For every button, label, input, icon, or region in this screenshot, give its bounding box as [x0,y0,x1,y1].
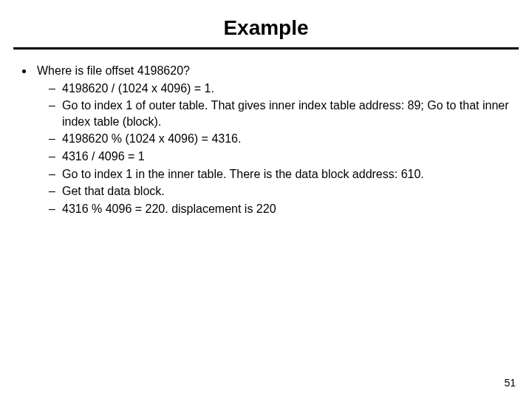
list-item-text: Go to index 1 in the inner table. There … [62,168,424,180]
list-item-text: 4316 / 4096 = 1 [62,150,145,163]
slide-title: Example [0,0,532,47]
list-item: 4198620 / (1024 x 4096) = 1. [49,81,513,97]
bullet-list-inner: 4198620 / (1024 x 4096) = 1. Go to index… [37,81,513,217]
list-item: 4316 % 4096 = 220. displacement is 220 [49,201,513,217]
bullet-list-outer: Where is file offset 4198620? 4198620 / … [19,63,513,216]
list-item-text: 4198620 % (1024 x 4096) = 4316. [62,132,241,145]
bullet-lead-text: Where is file offset 4198620? [37,64,190,77]
list-item: 4316 / 4096 = 1 [49,149,513,165]
slide-content: Where is file offset 4198620? 4198620 / … [0,63,532,216]
list-item: Go to index 1 of outer table. That gives… [49,98,513,129]
list-item: Go to index 1 in the inner table. There … [49,166,513,183]
list-item-text: Go to index 1 of outer table. That gives… [62,99,509,128]
page-number: 51 [504,377,516,389]
slide: Example Where is file offset 4198620? 41… [0,0,532,399]
list-item-text: 4198620 / (1024 x 4096) = 1. [62,82,214,95]
list-item: Get that data block. [49,183,513,200]
list-item: 4198620 % (1024 x 4096) = 4316. [49,131,513,147]
list-item-text: 4316 % 4096 = 220. displacement is 220 [62,202,276,215]
bullet-lead: Where is file offset 4198620? 4198620 / … [34,63,513,216]
list-item-text: Get that data block. [62,185,165,197]
title-underline [13,47,519,50]
